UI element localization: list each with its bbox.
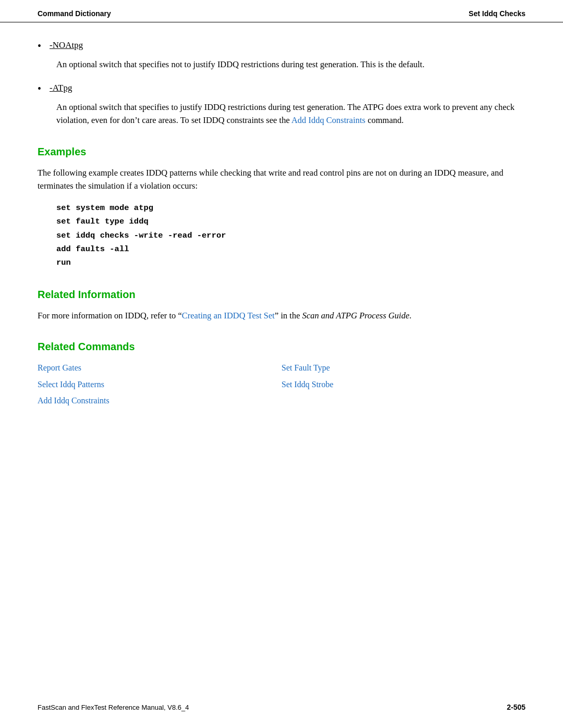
- bullet-dot-atpg: •: [38, 82, 41, 95]
- header-right: Set Iddq Checks: [469, 9, 525, 18]
- code-block: set system mode atpg set fault type iddq…: [56, 201, 525, 270]
- content-area: • -NOAtpg An optional switch that specif…: [0, 39, 563, 439]
- bullet-term-noatpg: -NOAtpg: [50, 39, 83, 52]
- related-col-1: Report Gates Select Iddq Patterns Add Id…: [38, 361, 282, 408]
- code-line-2: set fault type iddq: [56, 215, 525, 228]
- related-col-2: Set Fault Type Set Iddq Strobe: [282, 361, 525, 408]
- page-header: Command Dictionary Set Iddq Checks: [0, 0, 563, 22]
- bullet-term-atpg: -ATpg: [50, 82, 72, 94]
- examples-body: The following example creates IDDQ patte…: [38, 166, 525, 193]
- link-set-fault-type[interactable]: Set Fault Type: [282, 361, 525, 375]
- header-left: Command Dictionary: [38, 9, 111, 18]
- page: Command Dictionary Set Iddq Checks • -NO…: [0, 0, 563, 728]
- bullet-atpg: • -ATpg: [38, 82, 525, 95]
- page-footer: FastScan and FlexTest Reference Manual, …: [38, 703, 525, 711]
- related-commands-heading: Related Commands: [38, 341, 525, 353]
- code-line-1: set system mode atpg: [56, 201, 525, 215]
- add-iddq-constraints-link-1[interactable]: Add Iddq Constraints: [291, 115, 365, 125]
- footer-right: 2-505: [507, 703, 525, 711]
- creating-iddq-link[interactable]: Creating an IDDQ Test Set: [182, 311, 275, 320]
- related-commands-table: Report Gates Select Iddq Patterns Add Id…: [38, 361, 525, 408]
- related-info-body: For more information on IDDQ, refer to “…: [38, 309, 525, 323]
- footer-left: FastScan and FlexTest Reference Manual, …: [38, 704, 189, 711]
- link-select-iddq-patterns[interactable]: Select Iddq Patterns: [38, 378, 282, 391]
- code-line-5: run: [56, 256, 525, 269]
- link-add-iddq-constraints[interactable]: Add Iddq Constraints: [38, 394, 282, 408]
- code-line-4: add faults -all: [56, 242, 525, 256]
- bullet-noatpg: • -NOAtpg: [38, 39, 525, 53]
- related-info-heading: Related Information: [38, 289, 525, 301]
- bullet-dot-noatpg: •: [38, 39, 41, 53]
- link-set-iddq-strobe[interactable]: Set Iddq Strobe: [282, 378, 525, 391]
- bullet-desc-atpg: An optional switch that specifies to jus…: [56, 101, 525, 127]
- bullet-desc-noatpg: An optional switch that specifies not to…: [56, 58, 525, 71]
- code-line-3: set iddq checks -write -read -error: [56, 229, 525, 242]
- link-report-gates[interactable]: Report Gates: [38, 361, 282, 375]
- examples-heading: Examples: [38, 146, 525, 158]
